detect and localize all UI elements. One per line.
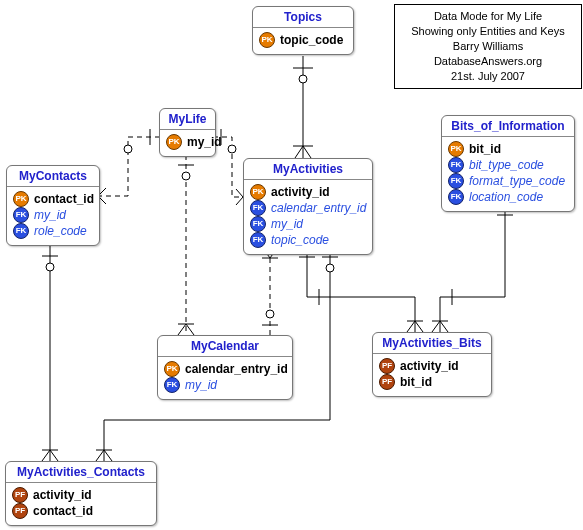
- column-name: location_code: [469, 189, 543, 205]
- svg-line-37: [42, 450, 50, 461]
- entity-title: Bits_of_Information: [442, 116, 574, 137]
- column-name: format_type_code: [469, 173, 565, 189]
- info-line: Data Mode for My Life: [403, 9, 573, 24]
- fk-icon: FK: [250, 200, 266, 216]
- svg-line-28: [415, 321, 423, 332]
- fk-icon: FK: [13, 223, 29, 239]
- svg-point-15: [182, 172, 190, 180]
- info-line: Showing only Entities and Keys: [403, 24, 573, 39]
- column-name: bit_type_code: [469, 157, 544, 173]
- column-row: PK activity_id: [250, 184, 366, 200]
- column-row: FK my_id: [13, 207, 93, 223]
- entity-title: MyActivities_Contacts: [6, 462, 156, 483]
- column-row: PK my_id: [166, 134, 209, 150]
- fk-icon: FK: [250, 232, 266, 248]
- pk-icon: PK: [259, 32, 275, 48]
- fk-icon: FK: [448, 173, 464, 189]
- svg-point-20: [266, 310, 274, 318]
- svg-line-32: [432, 321, 440, 332]
- info-line: Barry Williams: [403, 39, 573, 54]
- svg-line-33: [440, 321, 448, 332]
- column-row: FK my_id: [164, 377, 286, 393]
- entity-title: MyContacts: [7, 166, 99, 187]
- entity-topics: Topics PK topic_code: [252, 6, 354, 55]
- fk-icon: FK: [164, 377, 180, 393]
- column-row: FK topic_code: [250, 232, 366, 248]
- pk-icon: PK: [250, 184, 266, 200]
- pf-icon: PF: [12, 487, 28, 503]
- column-name: topic_code: [271, 232, 329, 248]
- entity-title: Topics: [253, 7, 353, 28]
- column-name: role_code: [34, 223, 87, 239]
- column-row: PK contact_id: [13, 191, 93, 207]
- column-name: activity_id: [271, 184, 330, 200]
- entity-mycalendar: MyCalendar PK calendar_entry_id FK my_id: [157, 335, 293, 400]
- svg-line-5: [303, 146, 311, 158]
- entity-myactivities: MyActivities PK activity_id FK calendar_…: [243, 158, 373, 255]
- svg-line-9: [236, 197, 243, 205]
- column-row: PF activity_id: [12, 487, 150, 503]
- entity-title: MyCalendar: [158, 336, 292, 357]
- column-name: my_id: [271, 216, 303, 232]
- info-line: DatabaseAnswers.org: [403, 54, 573, 69]
- fk-icon: FK: [448, 189, 464, 205]
- column-name: contact_id: [33, 503, 93, 519]
- column-name: activity_id: [33, 487, 92, 503]
- fk-icon: FK: [448, 157, 464, 173]
- column-row: FK role_code: [13, 223, 93, 239]
- pf-icon: PF: [12, 503, 28, 519]
- svg-line-8: [236, 189, 243, 197]
- fk-icon: FK: [13, 207, 29, 223]
- column-row: PF activity_id: [379, 358, 485, 374]
- pk-icon: PK: [448, 141, 464, 157]
- column-row: FK calendar_entry_id: [250, 200, 366, 216]
- svg-line-18: [186, 324, 194, 335]
- column-row: PF contact_id: [12, 503, 150, 519]
- pk-icon: PK: [164, 361, 180, 377]
- entity-mycontacts: MyContacts PK contact_id FK my_id FK rol…: [6, 165, 100, 246]
- column-row: PK calendar_entry_id: [164, 361, 286, 377]
- svg-point-11: [124, 145, 132, 153]
- column-row: FK location_code: [448, 189, 568, 205]
- svg-point-35: [46, 263, 54, 271]
- column-name: topic_code: [280, 32, 343, 48]
- entity-myactivities-bits: MyActivities_Bits PF activity_id PF bit_…: [372, 332, 492, 397]
- entity-title: MyLife: [160, 109, 215, 130]
- svg-line-38: [50, 450, 58, 461]
- column-name: my_id: [187, 134, 222, 150]
- column-name: contact_id: [34, 191, 94, 207]
- diagram-info-box: Data Mode for My Life Showing only Entit…: [394, 4, 582, 89]
- column-name: activity_id: [400, 358, 459, 374]
- column-row: PF bit_id: [379, 374, 485, 390]
- fk-icon: FK: [250, 216, 266, 232]
- pf-icon: PF: [379, 358, 395, 374]
- svg-point-7: [228, 145, 236, 153]
- pk-icon: PK: [166, 134, 182, 150]
- svg-line-17: [178, 324, 186, 335]
- column-row: FK format_type_code: [448, 173, 568, 189]
- column-name: bit_id: [400, 374, 432, 390]
- column-name: bit_id: [469, 141, 501, 157]
- info-line: 21st. July 2007: [403, 69, 573, 84]
- column-name: my_id: [34, 207, 66, 223]
- pf-icon: PF: [379, 374, 395, 390]
- column-name: calendar_entry_id: [271, 200, 366, 216]
- entity-myactivities-contacts: MyActivities_Contacts PF activity_id PF …: [5, 461, 157, 526]
- column-row: PK topic_code: [259, 32, 347, 48]
- entity-title: MyActivities: [244, 159, 372, 180]
- svg-line-4: [295, 146, 303, 158]
- entity-bits-of-information: Bits_of_Information PK bit_id FK bit_typ…: [441, 115, 575, 212]
- column-name: my_id: [185, 377, 217, 393]
- column-row: PK bit_id: [448, 141, 568, 157]
- entity-mylife: MyLife PK my_id: [159, 108, 216, 157]
- svg-line-43: [104, 450, 112, 461]
- column-row: FK bit_type_code: [448, 157, 568, 173]
- svg-line-42: [96, 450, 104, 461]
- svg-line-27: [407, 321, 415, 332]
- svg-point-40: [326, 264, 334, 272]
- pk-icon: PK: [13, 191, 29, 207]
- column-row: FK my_id: [250, 216, 366, 232]
- svg-point-2: [299, 75, 307, 83]
- column-name: calendar_entry_id: [185, 361, 288, 377]
- entity-title: MyActivities_Bits: [373, 333, 491, 354]
